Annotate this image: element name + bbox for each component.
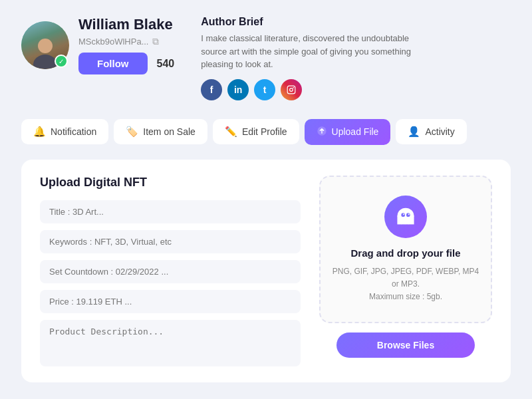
profile-info: William Blake MSckb9oWlHPa... ⧉ Follow 5… xyxy=(78,16,174,74)
drop-title: Drag and drop your file xyxy=(350,247,460,259)
svg-point-7 xyxy=(406,213,410,217)
edit-icon: ✏️ xyxy=(225,126,237,138)
description-input[interactable] xyxy=(40,320,301,366)
tab-activity[interactable]: 👤 Activity xyxy=(396,119,466,144)
social-linkedin-icon[interactable]: in xyxy=(227,79,249,100)
upload-form: Upload Digital NFT xyxy=(40,176,301,366)
author-brief-text: I make classical literature, discovered … xyxy=(201,32,427,71)
social-facebook-icon[interactable]: f xyxy=(201,79,222,100)
browse-files-button[interactable]: Browse Files xyxy=(336,332,475,358)
profile-left: ✓ William Blake MSckb9oWlHPa... ⧉ Follow… xyxy=(21,16,174,74)
notification-icon: 🔔 xyxy=(33,126,46,138)
svg-point-9 xyxy=(408,213,410,215)
drop-icon xyxy=(384,196,427,238)
follow-button[interactable]: Follow xyxy=(78,53,148,74)
follow-row: Follow 540 xyxy=(78,53,174,74)
profile-section: ✓ William Blake MSckb9oWlHPa... ⧉ Follow… xyxy=(21,16,511,100)
social-icons: f in t xyxy=(201,79,511,100)
tab-notification[interactable]: 🔔 Notification xyxy=(21,119,108,144)
wallet-address: MSckb9oWlHPa... xyxy=(78,37,148,47)
sale-icon: 🏷️ xyxy=(126,126,138,138)
tab-edit-profile[interactable]: ✏️ Edit Profile xyxy=(213,119,299,144)
upload-title: Upload Digital NFT xyxy=(40,176,301,190)
copy-icon[interactable]: ⧉ xyxy=(152,36,159,47)
svg-point-2 xyxy=(293,86,295,88)
svg-point-6 xyxy=(401,213,405,217)
social-twitter-icon[interactable]: t xyxy=(254,79,275,100)
profile-name: William Blake xyxy=(78,16,174,33)
keywords-input[interactable] xyxy=(40,230,301,253)
tab-notification-label: Notification xyxy=(51,126,96,137)
upload-right: Drag and drop your file PNG, GIF, JPG, J… xyxy=(319,176,492,366)
page-wrapper: ✓ William Blake MSckb9oWlHPa... ⧉ Follow… xyxy=(0,0,532,399)
svg-point-1 xyxy=(290,88,293,91)
main-content: Upload Digital NFT xyxy=(21,160,511,382)
upload-icon xyxy=(317,126,327,138)
activity-icon: 👤 xyxy=(408,126,420,138)
tab-item-on-sale-label: Item on Sale xyxy=(143,126,196,137)
tab-navigation: 🔔 Notification 🏷️ Item on Sale ✏️ Edit P… xyxy=(21,119,511,145)
countdown-input[interactable] xyxy=(40,260,301,283)
price-input[interactable] xyxy=(40,290,301,313)
author-brief-title: Author Brief xyxy=(201,16,511,28)
drop-subtitle: PNG, GIF, JPG, JPEG, PDF, WEBP, MP4 or M… xyxy=(331,265,480,304)
follower-count: 540 xyxy=(157,58,175,70)
form-fields xyxy=(40,200,301,366)
tab-activity-label: Activity xyxy=(425,126,454,137)
title-input[interactable] xyxy=(40,200,301,223)
avatar-wrapper: ✓ xyxy=(21,21,69,69)
tab-upload-file[interactable]: Upload File xyxy=(305,119,391,145)
svg-point-8 xyxy=(403,213,404,215)
verified-badge: ✓ xyxy=(55,55,68,68)
svg-rect-0 xyxy=(287,86,295,94)
social-instagram-icon[interactable] xyxy=(281,79,302,100)
tab-item-on-sale[interactable]: 🏷️ Item on Sale xyxy=(114,119,207,144)
tab-edit-profile-label: Edit Profile xyxy=(242,126,287,137)
wallet-row: MSckb9oWlHPa... ⧉ xyxy=(78,36,174,47)
author-brief: Author Brief I make classical literature… xyxy=(201,16,511,100)
tab-upload-file-label: Upload File xyxy=(332,126,379,137)
drop-zone[interactable]: Drag and drop your file PNG, GIF, JPG, J… xyxy=(319,176,492,324)
